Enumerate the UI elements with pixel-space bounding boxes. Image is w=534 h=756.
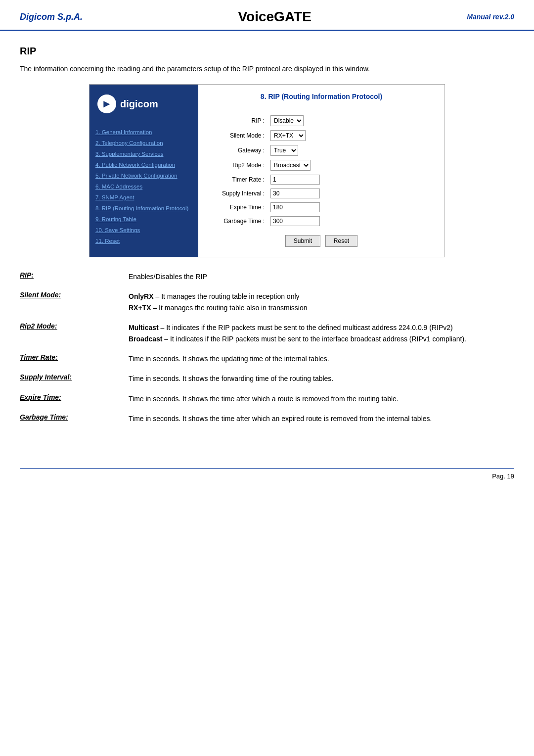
desc-def-timer-rate: Time in seconds. It shows the updating t… — [129, 353, 514, 364]
main-panel: 8. RIP (Routing Information Protocol) RI… — [198, 85, 445, 257]
desc-def-silent-mode: OnlyRX – It manages the routing table in… — [129, 291, 514, 313]
garbage-time-label: Garbage Time : — [208, 214, 267, 228]
gateway-select[interactable]: True False — [270, 145, 298, 156]
form-row-rip: RIP : Disable Enable — [208, 113, 435, 128]
rip-label: RIP : — [208, 113, 267, 128]
garbage-time-input[interactable] — [270, 216, 320, 226]
desc-term-rip2mode: Rip2 Mode: — [20, 322, 129, 330]
page-number: Pag. 19 — [492, 472, 514, 480]
panel-title: 8. RIP (Routing Information Protocol) — [208, 93, 435, 104]
rip2mode-label: Rip2 Mode : — [208, 158, 267, 173]
logo-icon: ► — [97, 94, 116, 113]
desc-expire-time: Expire Time: Time in seconds. It shows t… — [20, 393, 514, 404]
sidebar-item-private-network[interactable]: 5. Private Network Configuration — [95, 173, 192, 179]
gateway-field[interactable]: True False — [267, 143, 435, 158]
desc-supply-interval: Supply Interval: Time in seconds. It sho… — [20, 373, 514, 384]
sidebar-item-public-network[interactable]: 4. Public Network Configuration — [95, 162, 192, 168]
desc-term-timer-rate: Timer Rate: — [20, 353, 129, 361]
logo-text: digicom — [120, 98, 158, 110]
desc-def-supply-interval: Time in seconds. It shows the forwarding… — [129, 373, 514, 384]
desc-silent-mode: Silent Mode: OnlyRX – It manages the rou… — [20, 291, 514, 313]
sidebar-item-general[interactable]: 1. General Information — [95, 129, 192, 135]
desc-term-rip: RIP: — [20, 271, 129, 279]
button-row: Submit Reset — [208, 235, 435, 247]
form-row-gateway: Gateway : True False — [208, 143, 435, 158]
sidebar-item-mac[interactable]: 6. MAC Addresses — [95, 184, 192, 189]
rip-form: RIP : Disable Enable Silent Mode : — [208, 113, 435, 228]
desc-term-expire-time: Expire Time: — [20, 393, 129, 401]
page-content: RIP The information concerning the readi… — [0, 31, 534, 448]
timer-rate-input[interactable] — [270, 175, 320, 185]
form-row-supply-interval: Supply Interval : — [208, 187, 435, 200]
reset-button[interactable]: Reset — [325, 235, 357, 247]
desc-def-expire-time: Time in seconds. It shows the time after… — [129, 393, 514, 404]
sidebar-item-supplementary[interactable]: 3. Supplementary Services — [95, 151, 192, 157]
sidebar-item-telephony[interactable]: 2. Telephony Configuration — [95, 140, 192, 146]
garbage-time-field[interactable] — [267, 214, 435, 228]
rip2mode-select[interactable]: Broadcast Multicast — [270, 160, 311, 171]
submit-button[interactable]: Submit — [285, 235, 320, 247]
silent-mode-label: Silent Mode : — [208, 128, 267, 143]
rip2mode-field[interactable]: Broadcast Multicast — [267, 158, 435, 173]
expire-time-field[interactable] — [267, 200, 435, 214]
expire-time-input[interactable] — [270, 202, 320, 212]
product-name: VoiceGATE — [238, 9, 311, 25]
supply-interval-field[interactable] — [267, 187, 435, 200]
sidebar: ► digicom 1. General Information 2. Tele… — [89, 85, 198, 257]
page-footer: Pag. 19 — [20, 468, 514, 480]
desc-term-garbage-time: Garbage Time: — [20, 413, 129, 421]
intro-text: The information concerning the reading a… — [20, 64, 514, 74]
application-window: ► digicom 1. General Information 2. Tele… — [89, 84, 445, 257]
timer-rate-field[interactable] — [267, 173, 435, 187]
timer-rate-label: Timer Rate : — [208, 173, 267, 187]
desc-rip2mode: Rip2 Mode: Multicast – It indicates if t… — [20, 322, 514, 344]
desc-term-silent-mode: Silent Mode: — [20, 291, 129, 299]
sidebar-item-snmp[interactable]: 7. SNMP Agent — [95, 194, 192, 200]
desc-def-rip2mode: Multicast – It indicates if the RIP pack… — [129, 322, 514, 344]
expire-time-label: Expire Time : — [208, 200, 267, 214]
window-container: ► digicom 1. General Information 2. Tele… — [20, 84, 514, 257]
rip-field[interactable]: Disable Enable — [267, 113, 435, 128]
page-header: Digicom S.p.A. VoiceGATE Manual rev.2.0 — [0, 0, 534, 31]
rip-select[interactable]: Disable Enable — [270, 115, 304, 126]
desc-def-garbage-time: Time in seconds. It shows the time after… — [129, 413, 514, 424]
descriptions-section: RIP: Enables/Disables the RIP Silent Mod… — [20, 271, 514, 425]
sidebar-item-rip[interactable]: 8. RIP (Routing Information Protocol) — [95, 205, 192, 211]
sidebar-item-routing-table[interactable]: 9. Routing Table — [95, 216, 192, 222]
form-row-silent-mode: Silent Mode : RX+TX Only RX — [208, 128, 435, 143]
sidebar-nav: 1. General Information 2. Telephony Conf… — [89, 121, 198, 257]
gateway-label: Gateway : — [208, 143, 267, 158]
form-row-rip2mode: Rip2 Mode : Broadcast Multicast — [208, 158, 435, 173]
form-row-expire-time: Expire Time : — [208, 200, 435, 214]
sidebar-logo: ► digicom — [89, 85, 198, 121]
supply-interval-input[interactable] — [270, 189, 320, 198]
sidebar-item-reset[interactable]: 11. Reset — [95, 238, 192, 244]
desc-rip: RIP: Enables/Disables the RIP — [20, 271, 514, 282]
desc-garbage-time: Garbage Time: Time in seconds. It shows … — [20, 413, 514, 424]
section-title: RIP — [20, 46, 514, 57]
desc-term-supply-interval: Supply Interval: — [20, 373, 129, 381]
desc-timer-rate: Timer Rate: Time in seconds. It shows th… — [20, 353, 514, 364]
form-row-garbage-time: Garbage Time : — [208, 214, 435, 228]
form-row-timer-rate: Timer Rate : — [208, 173, 435, 187]
company-name: Digicom S.p.A. — [20, 12, 83, 22]
desc-def-rip: Enables/Disables the RIP — [129, 271, 514, 282]
silent-mode-select[interactable]: RX+TX Only RX — [270, 130, 306, 141]
supply-interval-label: Supply Interval : — [208, 187, 267, 200]
manual-version: Manual rev.2.0 — [467, 13, 514, 21]
sidebar-item-save[interactable]: 10. Save Settings — [95, 227, 192, 233]
silent-mode-field[interactable]: RX+TX Only RX — [267, 128, 435, 143]
